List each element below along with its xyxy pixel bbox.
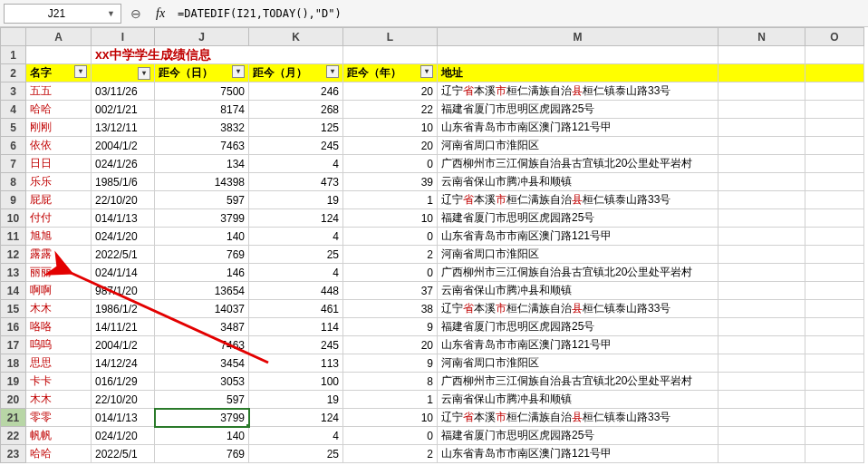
cell-years[interactable]: 39 — [343, 173, 438, 191]
cell-days[interactable]: 134 — [155, 155, 249, 173]
cell-months[interactable]: 19 — [249, 391, 343, 409]
header-name[interactable]: 名字▾ — [26, 64, 92, 82]
cell-date[interactable]: 014/1/13 — [92, 209, 155, 228]
cell-date[interactable]: 014/1/13 — [92, 409, 155, 427]
cell-months[interactable]: 124 — [249, 409, 343, 427]
cell-months[interactable]: 114 — [249, 318, 343, 336]
cell-date[interactable]: 024/1/14 — [92, 264, 155, 282]
cell-name[interactable]: 旭旭 — [26, 228, 92, 246]
row-header-7[interactable]: 7 — [1, 155, 26, 173]
cell-date[interactable]: 1985/1/6 — [92, 173, 155, 191]
cell-address[interactable]: 福建省厦门市思明区虎园路25号 — [438, 427, 719, 445]
cell-years[interactable]: 9 — [343, 354, 438, 373]
row-header-6[interactable]: 6 — [1, 137, 26, 155]
cell-months[interactable]: 4 — [249, 155, 343, 173]
cell-months[interactable]: 4 — [249, 228, 343, 246]
cell-name[interactable]: 付付 — [26, 209, 92, 228]
cell-years[interactable]: 0 — [343, 155, 438, 173]
cell-date[interactable]: 016/1/29 — [92, 373, 155, 391]
filter-dropdown-icon[interactable]: ▾ — [138, 67, 150, 80]
cell-name[interactable]: 哈哈 — [26, 445, 92, 463]
header-address[interactable]: 地址 — [438, 64, 719, 82]
row-header-19[interactable]: 19 — [1, 373, 26, 391]
cell-address[interactable]: 河南省周口市淮阳区 — [438, 354, 719, 373]
cell-years[interactable]: 2 — [343, 445, 438, 463]
cell-name[interactable]: 咯咯 — [26, 318, 92, 336]
cell-days[interactable]: 8174 — [155, 101, 249, 119]
cell-reference-box[interactable]: J21 ▼ — [4, 4, 121, 24]
row-header-21[interactable]: 21 — [1, 409, 26, 427]
row-header-4[interactable]: 4 — [1, 101, 26, 119]
row-header-10[interactable]: 10 — [1, 209, 26, 228]
header-months[interactable]: 距今（月）▾ — [249, 64, 343, 82]
cell-name[interactable]: 依依 — [26, 137, 92, 155]
cell-years[interactable]: 8 — [343, 373, 438, 391]
cell-date[interactable]: 22/10/20 — [92, 191, 155, 209]
cell-name[interactable]: 啊啊 — [26, 282, 92, 300]
cell-name[interactable]: 日日 — [26, 155, 92, 173]
row-header-8[interactable]: 8 — [1, 173, 26, 191]
cell-months[interactable]: 25 — [249, 445, 343, 463]
cell-years[interactable]: 20 — [343, 82, 438, 101]
cell-address[interactable]: 辽宁省本溪市桓仁满族自治县桓仁镇泰山路33号 — [438, 191, 719, 209]
fx-label[interactable]: fx — [156, 6, 165, 21]
cell-days[interactable]: 3487 — [155, 318, 249, 336]
cell-address[interactable]: 广西柳州市三江侗族自治县古宜镇北20公里处平岩村 — [438, 264, 719, 282]
cell-years[interactable]: 0 — [343, 228, 438, 246]
cell-address[interactable]: 山东省青岛市市南区澳门路121号甲 — [438, 336, 719, 354]
cell-date[interactable]: 024/1/20 — [92, 228, 155, 246]
cell-years[interactable]: 1 — [343, 191, 438, 209]
cell-date[interactable]: 2022/5/1 — [92, 246, 155, 264]
row-header-22[interactable]: 22 — [1, 427, 26, 445]
row-header-17[interactable]: 17 — [1, 336, 26, 354]
cell-years[interactable]: 22 — [343, 101, 438, 119]
formula-input[interactable] — [174, 4, 864, 24]
cell-address[interactable]: 辽宁省本溪市桓仁满族自治县桓仁镇泰山路33号 — [438, 300, 719, 318]
cell-name[interactable]: 五五 — [26, 82, 92, 101]
cell-date[interactable]: 2022/5/1 — [92, 445, 155, 463]
header-days[interactable]: 距今（日）▾ — [155, 64, 249, 82]
cell-date[interactable]: 024/1/26 — [92, 155, 155, 173]
spreadsheet-grid[interactable]: AIJKLMNO1xx中学学生成绩信息2名字▾▾距今（日）▾距今（月）▾距今（年… — [0, 27, 868, 463]
cell-name[interactable]: 刚刚 — [26, 119, 92, 137]
cell-days[interactable]: 13654 — [155, 282, 249, 300]
cell-name[interactable]: 屁屁 — [26, 191, 92, 209]
cell-days[interactable]: 7463 — [155, 336, 249, 354]
zoom-out-icon[interactable]: ⊖ — [130, 6, 141, 21]
cell-date[interactable]: 22/10/20 — [92, 391, 155, 409]
cell-name[interactable]: 帆帆 — [26, 427, 92, 445]
cell-address[interactable]: 河南省周口市淮阳区 — [438, 246, 719, 264]
cell-name[interactable]: 零零 — [26, 409, 92, 427]
cell-days[interactable]: 7463 — [155, 137, 249, 155]
column-header-L[interactable]: L — [343, 28, 438, 46]
row-header-11[interactable]: 11 — [1, 228, 26, 246]
cell-years[interactable]: 20 — [343, 137, 438, 155]
filter-dropdown-icon[interactable]: ▾ — [232, 65, 245, 78]
cell-months[interactable]: 113 — [249, 354, 343, 373]
cell-days[interactable]: 3832 — [155, 119, 249, 137]
column-header-I[interactable]: I — [92, 28, 155, 46]
cell-address[interactable]: 河南省周口市淮阳区 — [438, 137, 719, 155]
cell-days[interactable]: 3053 — [155, 373, 249, 391]
filter-dropdown-icon[interactable]: ▾ — [326, 65, 339, 78]
cell-date[interactable]: 14/11/21 — [92, 318, 155, 336]
cell-months[interactable]: 268 — [249, 101, 343, 119]
cell-months[interactable]: 473 — [249, 173, 343, 191]
cell-days[interactable]: 3454 — [155, 354, 249, 373]
cell-date[interactable]: 13/12/11 — [92, 119, 155, 137]
row-header-2[interactable]: 2 — [1, 64, 26, 82]
row-header-23[interactable]: 23 — [1, 445, 26, 463]
row-header-1[interactable]: 1 — [1, 46, 26, 64]
column-header-N[interactable]: N — [719, 28, 805, 46]
cell-date[interactable]: 002/1/21 — [92, 101, 155, 119]
cell-name[interactable]: 呜呜 — [26, 336, 92, 354]
cell-address[interactable]: 福建省厦门市思明区虎园路25号 — [438, 101, 719, 119]
cell-days[interactable]: 3799 — [155, 209, 249, 228]
cell-date[interactable]: 024/1/20 — [92, 427, 155, 445]
row-header-5[interactable]: 5 — [1, 119, 26, 137]
cell-date[interactable]: 03/11/26 — [92, 82, 155, 101]
column-header-O[interactable]: O — [805, 28, 864, 46]
cell-months[interactable]: 124 — [249, 209, 343, 228]
cell-years[interactable]: 1 — [343, 391, 438, 409]
cell-days[interactable]: 597 — [155, 391, 249, 409]
